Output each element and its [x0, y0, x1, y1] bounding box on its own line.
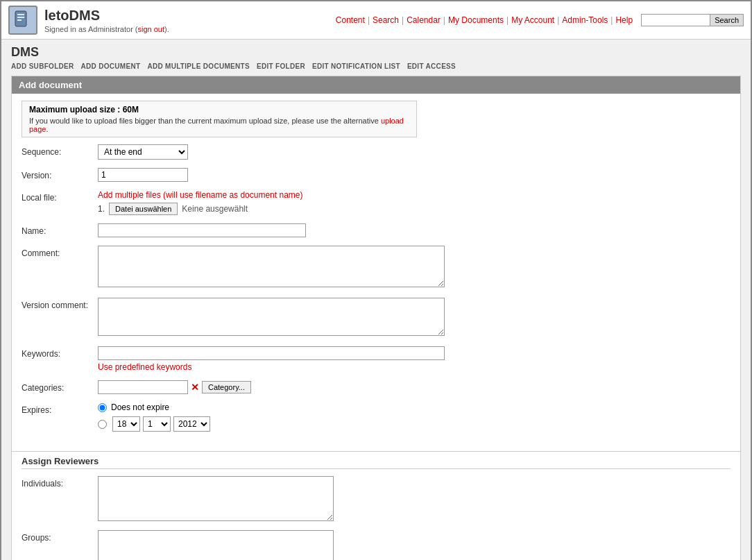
groups-control	[98, 530, 730, 560]
version-input[interactable]	[98, 168, 188, 182]
nav-add-multiple-documents[interactable]: ADD MULTIPLE DOCUMENTS	[147, 62, 250, 70]
content-area: Add document Maximum upload size : 60M I…	[11, 76, 741, 560]
local-file-row: Local file: Add multiple files (will use…	[22, 190, 730, 215]
expires-control: Does not expire 18 19 20 123	[98, 402, 730, 436]
nav-edit-access[interactable]: EDIT ACCESS	[407, 62, 456, 70]
file-chooser-button[interactable]: Datei auswählen	[109, 203, 178, 215]
version-comment-label: Version comment:	[22, 298, 98, 310]
main-window: letoDMS Signed in as Administrator (sign…	[0, 0, 752, 560]
expires-date-radio[interactable]	[98, 420, 107, 429]
dms-section: DMS ADD SUBFOLDER ADD DOCUMENT ADD MULTI…	[1, 40, 751, 73]
comment-control	[98, 246, 730, 289]
dms-nav: ADD SUBFOLDER ADD DOCUMENT ADD MULTIPLE …	[11, 62, 741, 70]
name-label: Name:	[22, 223, 98, 236]
version-comment-control	[98, 298, 730, 338]
expires-date-row: 18 19 20 123 456 789 101112	[98, 416, 730, 432]
individuals-textarea[interactable]	[98, 476, 334, 521]
nav-link-calendar[interactable]: Calendar	[407, 15, 441, 25]
categories-control: ✕ Category...	[98, 380, 730, 394]
upload-max-size: Maximum upload size : 60M	[29, 105, 409, 114]
header-left: letoDMS Signed in as Administrator (sign…	[8, 6, 169, 35]
reviewers-area: Individuals: Groups:	[12, 473, 740, 560]
add-multiple-files-link[interactable]: Add multiple files (will use filename as…	[98, 190, 302, 200]
expire-year-select[interactable]: 201220132014	[173, 416, 210, 432]
nav-link-search[interactable]: Search	[373, 15, 399, 25]
search-box: Search	[641, 14, 744, 26]
categories-input-row: ✕ Category...	[98, 380, 730, 394]
sign-out-link[interactable]: sign out	[138, 25, 165, 33]
nav-link-my-documents[interactable]: My Documents	[448, 15, 504, 25]
logo-icon	[8, 6, 37, 35]
sequence-select[interactable]: At the end At the beginning Custom	[98, 144, 188, 160]
file-number: 1.	[98, 204, 105, 214]
categories-input[interactable]	[98, 380, 188, 394]
upload-info-box: Maximum upload size : 60M If you would l…	[22, 101, 417, 137]
expire-month-select[interactable]: 123 456 789 101112	[143, 416, 171, 432]
does-not-expire-label: Does not expire	[111, 402, 169, 412]
sequence-control: At the end At the beginning Custom	[98, 144, 730, 160]
header-nav: Content | Search | Calendar | My Documen…	[336, 14, 744, 26]
svg-rect-1	[17, 14, 24, 15]
name-input[interactable]	[98, 223, 306, 237]
file-status: Keine ausgewählt	[182, 204, 248, 214]
svg-rect-3	[17, 19, 22, 21]
reviewers-divider	[22, 468, 730, 469]
search-input[interactable]	[641, 14, 710, 26]
individuals-control	[98, 476, 730, 523]
categories-clear-icon[interactable]: ✕	[191, 382, 199, 393]
version-label: Version:	[22, 168, 98, 180]
form-area: Maximum upload size : 60M If you would l…	[12, 94, 740, 451]
nav-add-subfolder[interactable]: ADD SUBFOLDER	[11, 62, 74, 70]
does-not-expire-radio[interactable]	[98, 403, 107, 412]
expires-label: Expires:	[22, 402, 98, 415]
nav-edit-folder[interactable]: EDIT FOLDER	[257, 62, 305, 70]
local-file-control: Add multiple files (will use filename as…	[98, 190, 730, 215]
reviewers-title: Assign Reviewers	[22, 456, 730, 466]
categories-label: Categories:	[22, 380, 98, 393]
reviewers-header: Assign Reviewers	[12, 451, 740, 473]
individuals-row: Individuals:	[22, 476, 730, 523]
nav-link-admin-tools[interactable]: Admin-Tools	[562, 15, 608, 25]
predefined-keywords-link[interactable]: Use predefined keywords	[98, 362, 730, 372]
expires-dropdowns: 18 19 20 123 456 789 101112	[112, 416, 210, 432]
keywords-control: Use predefined keywords	[98, 346, 730, 372]
categories-row: Categories: ✕ Category...	[22, 380, 730, 394]
version-control	[98, 168, 730, 182]
version-comment-row: Version comment:	[22, 298, 730, 338]
keywords-label: Keywords:	[22, 346, 98, 359]
upload-info-text: If you would like to upload files bigger…	[29, 117, 409, 133]
signed-in-text: Signed in as Administrator (sign out).	[44, 25, 169, 33]
section-header: Add document	[12, 76, 740, 94]
svg-rect-2	[17, 17, 24, 18]
comment-textarea[interactable]	[98, 246, 445, 287]
does-not-expire-row: Does not expire	[98, 402, 730, 412]
nav-edit-notification-list[interactable]: EDIT NOTIFICATION LIST	[312, 62, 400, 70]
file-row: 1. Datei auswählen Keine ausgewählt	[98, 203, 730, 215]
groups-label: Groups:	[22, 530, 98, 543]
version-row: Version:	[22, 168, 730, 182]
sequence-label: Sequence:	[22, 144, 98, 157]
sequence-row: Sequence: At the end At the beginning Cu…	[22, 144, 730, 160]
svg-rect-0	[15, 11, 26, 26]
keywords-input[interactable]	[98, 346, 445, 360]
individuals-label: Individuals:	[22, 476, 98, 489]
category-button[interactable]: Category...	[202, 381, 251, 393]
name-control	[98, 223, 730, 237]
groups-textarea[interactable]	[98, 530, 334, 560]
nav-add-document[interactable]: ADD DOCUMENT	[81, 62, 141, 70]
name-row: Name:	[22, 223, 730, 237]
version-comment-textarea[interactable]	[98, 298, 445, 336]
keywords-row: Keywords: Use predefined keywords	[22, 346, 730, 372]
dms-title: DMS	[11, 45, 741, 60]
local-file-label: Local file:	[22, 190, 98, 203]
nav-link-content[interactable]: Content	[336, 15, 365, 25]
expire-day-select[interactable]: 18 19 20	[112, 416, 140, 432]
header: letoDMS Signed in as Administrator (sign…	[1, 1, 751, 40]
comment-row: Comment:	[22, 246, 730, 289]
comment-label: Comment:	[22, 246, 98, 258]
nav-link-my-account[interactable]: My Account	[511, 15, 554, 25]
groups-row: Groups:	[22, 530, 730, 560]
expires-row: Expires: Does not expire 18 19 20	[22, 402, 730, 436]
search-button[interactable]: Search	[710, 14, 744, 26]
nav-link-help[interactable]: Help	[615, 15, 633, 25]
